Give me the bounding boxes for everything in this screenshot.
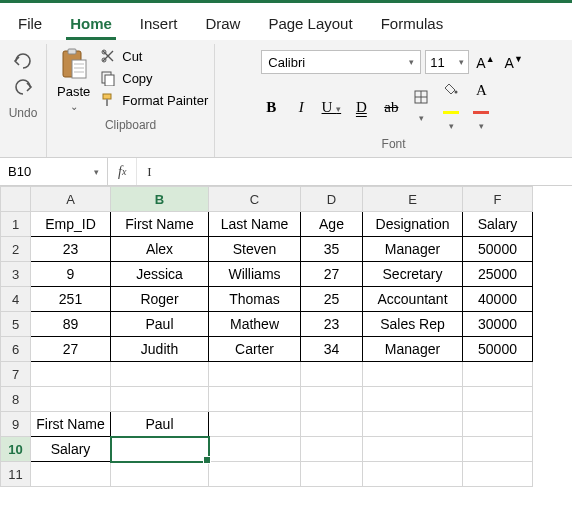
cell[interactable]	[363, 362, 463, 387]
cell[interactable]	[363, 412, 463, 437]
tab-home[interactable]: Home	[56, 9, 126, 40]
row-header-7[interactable]: 7	[1, 362, 31, 387]
cell[interactable]: Accountant	[363, 287, 463, 312]
copy-button[interactable]: Copy	[100, 70, 208, 86]
underline-button[interactable]: U ▾	[321, 99, 341, 116]
row-header-8[interactable]: 8	[1, 387, 31, 412]
cell-active[interactable]	[111, 437, 209, 462]
font-color-button[interactable]: A ▾	[471, 82, 491, 133]
row-header-3[interactable]: 3	[1, 262, 31, 287]
font-name-select[interactable]: Calibri ▾	[261, 50, 421, 74]
cell[interactable]	[209, 387, 301, 412]
cell[interactable]	[209, 412, 301, 437]
cell[interactable]	[463, 387, 533, 412]
cell[interactable]	[209, 437, 301, 462]
increase-font-button[interactable]: A▲	[473, 52, 497, 73]
col-header-b[interactable]: B	[111, 187, 209, 212]
cell[interactable]	[301, 437, 363, 462]
row-header-9[interactable]: 9	[1, 412, 31, 437]
decrease-font-button[interactable]: A▼	[502, 52, 526, 73]
cell[interactable]: Salary	[31, 437, 111, 462]
cell[interactable]: 50000	[463, 337, 533, 362]
cell[interactable]: Designation	[363, 212, 463, 237]
cell[interactable]: Carter	[209, 337, 301, 362]
cut-button[interactable]: Cut	[100, 48, 208, 64]
cell[interactable]: Mathew	[209, 312, 301, 337]
format-painter-button[interactable]: Format Painter	[100, 92, 208, 108]
fill-color-button[interactable]: ▾	[441, 82, 461, 133]
cell[interactable]: 23	[301, 312, 363, 337]
undo-icon[interactable]	[12, 52, 34, 70]
cell[interactable]: Paul	[111, 312, 209, 337]
tab-formulas[interactable]: Formulas	[367, 9, 458, 40]
cell[interactable]: First Name	[111, 212, 209, 237]
cell[interactable]: 251	[31, 287, 111, 312]
row-header-1[interactable]: 1	[1, 212, 31, 237]
cell[interactable]: 9	[31, 262, 111, 287]
cell[interactable]	[463, 362, 533, 387]
cell[interactable]	[301, 387, 363, 412]
italic-button[interactable]: I	[291, 99, 311, 116]
formula-input[interactable]: I	[137, 158, 572, 185]
col-header-a[interactable]: A	[31, 187, 111, 212]
cell[interactable]	[363, 462, 463, 487]
tab-insert[interactable]: Insert	[126, 9, 192, 40]
col-header-d[interactable]: D	[301, 187, 363, 212]
tab-page-layout[interactable]: Page Layout	[254, 9, 366, 40]
cell[interactable]: Roger	[111, 287, 209, 312]
cell[interactable]	[31, 387, 111, 412]
cell[interactable]: Manager	[363, 237, 463, 262]
cell[interactable]: First Name	[31, 412, 111, 437]
cell[interactable]: 35	[301, 237, 363, 262]
cell[interactable]: Age	[301, 212, 363, 237]
cell[interactable]	[31, 362, 111, 387]
cell[interactable]: 25	[301, 287, 363, 312]
col-header-e[interactable]: E	[363, 187, 463, 212]
cell[interactable]	[363, 437, 463, 462]
cell[interactable]	[111, 462, 209, 487]
col-header-c[interactable]: C	[209, 187, 301, 212]
cell[interactable]	[111, 362, 209, 387]
cell[interactable]: 27	[301, 262, 363, 287]
select-all-corner[interactable]	[1, 187, 31, 212]
cell[interactable]	[463, 437, 533, 462]
bold-button[interactable]: B	[261, 99, 281, 116]
cell[interactable]: 40000	[463, 287, 533, 312]
cell[interactable]	[301, 462, 363, 487]
borders-button[interactable]: ▾	[411, 90, 431, 125]
cell[interactable]: Emp_ID	[31, 212, 111, 237]
row-header-10[interactable]: 10	[1, 437, 31, 462]
cell[interactable]	[209, 362, 301, 387]
tab-file[interactable]: File	[4, 9, 56, 40]
row-header-2[interactable]: 2	[1, 237, 31, 262]
cell[interactable]: Manager	[363, 337, 463, 362]
cell[interactable]: Thomas	[209, 287, 301, 312]
row-header-6[interactable]: 6	[1, 337, 31, 362]
cell[interactable]	[31, 462, 111, 487]
cell[interactable]: 50000	[463, 237, 533, 262]
cell[interactable]: 30000	[463, 312, 533, 337]
cell[interactable]: 23	[31, 237, 111, 262]
cell[interactable]	[301, 362, 363, 387]
strikethrough-button[interactable]: ab	[381, 99, 401, 116]
cell[interactable]	[111, 387, 209, 412]
col-header-f[interactable]: F	[463, 187, 533, 212]
cell[interactable]: Last Name	[209, 212, 301, 237]
cell[interactable]: Secretary	[363, 262, 463, 287]
cell[interactable]: 89	[31, 312, 111, 337]
fx-icon[interactable]: fx	[108, 158, 137, 185]
tab-draw[interactable]: Draw	[191, 9, 254, 40]
redo-icon[interactable]	[12, 78, 34, 96]
cell[interactable]: 25000	[463, 262, 533, 287]
cell[interactable]	[209, 462, 301, 487]
row-header-4[interactable]: 4	[1, 287, 31, 312]
chevron-down-icon[interactable]: ⌄	[70, 101, 78, 112]
row-header-5[interactable]: 5	[1, 312, 31, 337]
cell[interactable]: Sales Rep	[363, 312, 463, 337]
font-size-select[interactable]: 11 ▾	[425, 50, 469, 74]
paste-button[interactable]: Paste ⌄	[53, 46, 94, 114]
cell[interactable]: 27	[31, 337, 111, 362]
cell[interactable]	[463, 462, 533, 487]
cell[interactable]: Steven	[209, 237, 301, 262]
cell[interactable]: Judith	[111, 337, 209, 362]
